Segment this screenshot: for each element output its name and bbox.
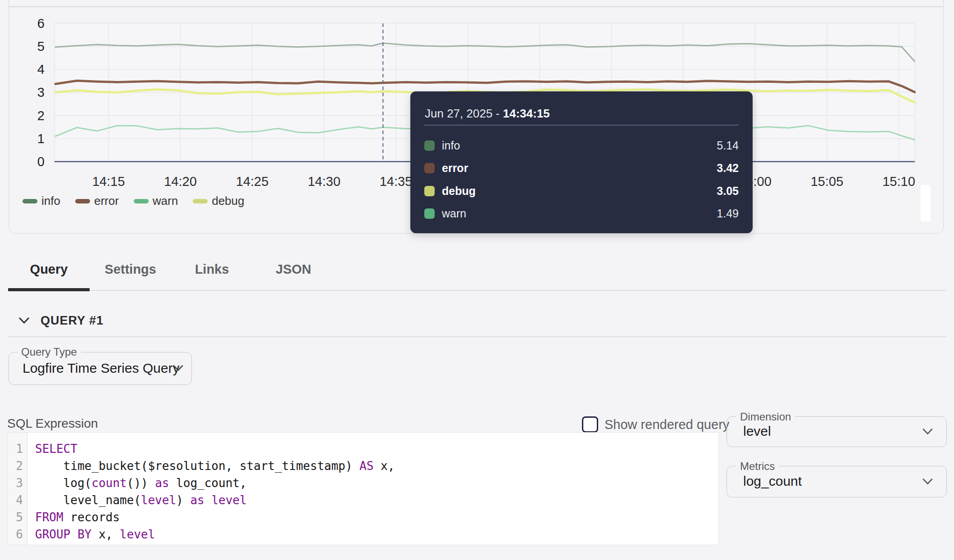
code-line: time_bucket($resolution, start_timestamp…: [28, 457, 718, 474]
sql-keyword: level: [120, 528, 155, 541]
sql-keyword: count: [91, 476, 127, 490]
tab-links[interactable]: Links: [171, 255, 253, 284]
line-number: 1: [8, 440, 27, 457]
sql-code-editor[interactable]: 123456 SELECT time_bucket($resolution, s…: [7, 432, 719, 545]
active-tab-underline: [8, 288, 90, 291]
tooltip-row-debug: debug3.05: [424, 183, 739, 199]
tooltip-series-label: info: [442, 139, 717, 152]
query-type-select[interactable]: Query Type Logfire Time Series Query: [9, 352, 192, 385]
legend-label: info: [41, 194, 60, 208]
tooltip-series-value: 5.14: [717, 139, 739, 152]
dimension-select[interactable]: Dimension level: [727, 416, 947, 447]
series-swatch-icon: [424, 186, 435, 196]
series-swatch-icon: [424, 208, 435, 219]
sql-keyword: as: [190, 493, 204, 507]
legend-item-error[interactable]: error: [75, 194, 119, 208]
line-number: 3: [8, 474, 27, 492]
tooltip-divider: [424, 125, 739, 126]
tooltip-series-label: debug: [442, 185, 717, 198]
code-line: level_name(level) as level: [28, 492, 718, 509]
y-tick-label: 1: [18, 131, 45, 146]
editor-line-number-gutter: 123456: [8, 433, 27, 545]
dashboard-panel-editor: { "colors": { "page_bg": "#f4f4f6", "pan…: [0, 0, 954, 560]
editor-code-area[interactable]: SELECT time_bucket($resolution, start_ti…: [28, 440, 718, 543]
legend-item-debug[interactable]: debug: [193, 194, 244, 208]
scrollbar-thumb[interactable]: [921, 185, 931, 221]
line-number: 5: [8, 509, 27, 526]
legend-label: error: [94, 194, 119, 208]
tooltip-series-label: warn: [442, 207, 717, 220]
legend-label: debug: [212, 194, 244, 208]
tab-json[interactable]: JSON: [253, 255, 334, 284]
series-swatch-icon: [424, 140, 435, 151]
show-rendered-query-toggle: Show rendered query: [582, 416, 729, 433]
legend-item-info[interactable]: info: [23, 194, 60, 208]
chevron-down-icon: [173, 365, 183, 372]
tooltip-series-label: error: [442, 162, 717, 175]
code-line: log(count()) as log_count,: [28, 474, 718, 492]
sql-keyword: level: [211, 493, 246, 507]
x-tick-label: 15:05: [802, 174, 852, 189]
sql-expression-label: SQL Expression: [7, 416, 98, 431]
x-tick-label: 14:30: [300, 174, 349, 189]
chart-legend: infoerrorwarndebug: [23, 194, 245, 208]
tabs-divider: [7, 290, 946, 291]
legend-item-warn[interactable]: warn: [134, 194, 178, 208]
x-tick-label: 14:15: [84, 174, 133, 189]
tooltip-row-warn: warn1.49: [424, 206, 739, 221]
sql-keyword: GROUP BY: [35, 528, 91, 541]
code-line: SELECT: [28, 440, 718, 457]
metrics-label: Metrics: [736, 461, 779, 472]
legend-swatch-icon: [193, 199, 208, 203]
sql-keyword: FROM: [35, 510, 64, 524]
tooltip-row-info: info5.14: [424, 138, 739, 153]
tooltip-timestamp: Jun 27, 2025 - 14:34:15: [425, 107, 550, 121]
y-tick-label: 4: [18, 62, 45, 77]
tooltip-series-value: 3.05: [717, 185, 739, 198]
legend-swatch-icon: [134, 199, 149, 203]
chevron-down-icon: [19, 317, 29, 325]
query-header-divider: [7, 336, 946, 337]
chevron-down-icon: [922, 478, 933, 485]
panel-editor-tabs: QuerySettingsLinksJSON: [8, 255, 334, 284]
sql-keyword: as: [155, 476, 169, 490]
line-number: 2: [8, 457, 27, 474]
chevron-down-icon: [922, 428, 933, 435]
tab-settings[interactable]: Settings: [90, 255, 171, 284]
tab-query[interactable]: Query: [8, 255, 90, 284]
dimension-value: level: [743, 424, 771, 439]
y-tick-label: 6: [18, 16, 45, 31]
query-1-collapse-header[interactable]: QUERY #1: [19, 314, 104, 328]
line-number: 6: [8, 526, 27, 543]
metrics-select[interactable]: Metrics log_count: [727, 466, 947, 497]
legend-swatch-icon: [23, 199, 37, 203]
y-tick-label: 5: [18, 39, 45, 54]
x-tick-label: 14:25: [227, 174, 277, 189]
tooltip-series-value: 1.49: [717, 207, 739, 220]
show-rendered-query-label: Show rendered query: [604, 417, 729, 432]
sql-keyword: level: [141, 493, 176, 507]
line-number: 4: [8, 492, 27, 509]
y-tick-label: 2: [18, 108, 45, 123]
code-line: FROM records: [28, 509, 718, 526]
query-header-label: QUERY #1: [41, 314, 104, 328]
tooltip-row-error: error3.42: [424, 161, 739, 176]
sql-keyword: SELECT: [35, 442, 77, 456]
chart-tooltip: Jun 27, 2025 - 14:34:15 info5.14error3.4…: [410, 91, 753, 233]
y-tick-label: 3: [18, 85, 45, 100]
legend-swatch-icon: [75, 199, 90, 203]
dimension-label: Dimension: [736, 411, 795, 423]
tooltip-series-value: 3.42: [717, 162, 739, 175]
show-rendered-query-checkbox[interactable]: [582, 416, 598, 433]
y-tick-label: 0: [18, 154, 45, 169]
sql-keyword: AS: [359, 459, 373, 473]
metrics-value: log_count: [743, 474, 802, 489]
legend-label: warn: [153, 194, 178, 208]
code-line: GROUP BY x, level: [28, 526, 718, 543]
x-tick-label: 14:20: [156, 174, 205, 189]
x-tick-label: 15:10: [874, 174, 924, 189]
query-type-label: Query Type: [17, 346, 81, 358]
series-swatch-icon: [424, 163, 435, 173]
query-type-value: Logfire Time Series Query: [23, 361, 179, 376]
